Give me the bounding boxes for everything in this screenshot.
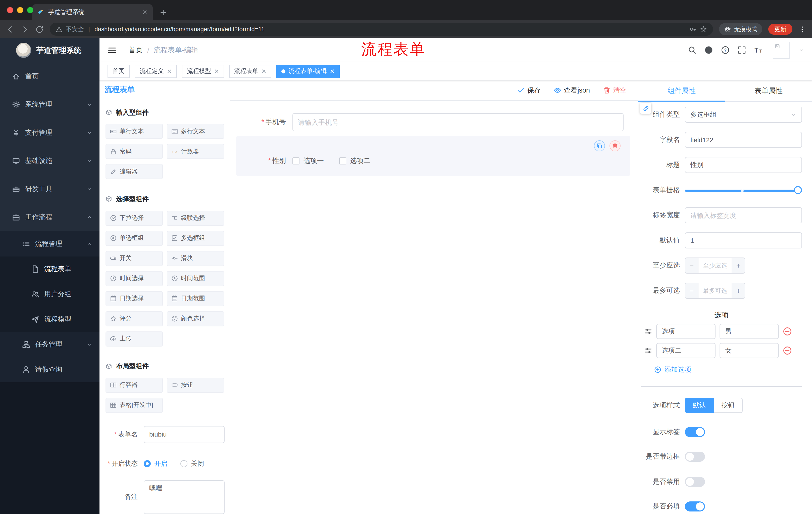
minus-button[interactable]: −	[685, 258, 698, 273]
tag-close-icon[interactable]: ✕	[214, 67, 219, 75]
plus-button[interactable]: +	[732, 283, 745, 298]
bookmark-star-icon[interactable]	[700, 26, 707, 33]
field-name-input[interactable]	[685, 132, 802, 148]
status-on-radio[interactable]	[144, 460, 151, 467]
grid-slider[interactable]	[685, 186, 802, 194]
stepper-placeholder[interactable]: 至少应选	[698, 258, 732, 273]
security-warning-icon[interactable]	[56, 26, 62, 32]
clear-button[interactable]: 清空	[603, 86, 627, 95]
component-chip[interactable]: 级联选择	[167, 211, 224, 225]
new-tab-button[interactable]	[160, 9, 167, 16]
anchor-link-button[interactable]	[640, 103, 651, 114]
tag-process-form-edit[interactable]: 流程表单-编辑✕	[277, 64, 340, 78]
checkbox-icon[interactable]	[292, 157, 299, 164]
sidebar-item-devtools[interactable]: 研发工具	[0, 175, 99, 203]
user-avatar[interactable]	[773, 42, 790, 59]
tag-process-definition[interactable]: 流程定义✕	[135, 64, 177, 78]
github-icon[interactable]	[704, 46, 713, 54]
gender-option-2[interactable]: 选项二	[339, 156, 370, 165]
component-chip[interactable]: 按钮	[167, 378, 224, 393]
sidebar-item-task-management[interactable]: 任务管理	[0, 332, 99, 357]
sidebar-logo[interactable]: 芋道管理系统	[0, 38, 99, 62]
stepper-placeholder[interactable]: 最多可选	[698, 283, 732, 298]
fullscreen-icon[interactable]	[737, 46, 746, 54]
help-icon[interactable]: ?	[721, 46, 730, 54]
plus-button[interactable]: +	[732, 258, 745, 273]
component-chip[interactable]: 多行文本	[167, 124, 224, 139]
zoom-window-button[interactable]	[27, 7, 33, 13]
option-label-input[interactable]: 选项二	[656, 343, 716, 358]
component-chip[interactable]: 下拉选择	[106, 211, 163, 225]
component-chip[interactable]: 时间范围	[167, 271, 224, 286]
browser-menu-icon[interactable]	[799, 25, 806, 33]
breadcrumb-home[interactable]: 首页	[128, 46, 143, 55]
sidebar-item-payment[interactable]: 支付管理	[0, 119, 99, 147]
default-value-input[interactable]	[685, 232, 802, 248]
status-on-label[interactable]: 开启	[154, 459, 167, 468]
browser-update-button[interactable]: 更新	[768, 24, 792, 35]
sidebar-item-process-model[interactable]: 流程模型	[0, 307, 99, 332]
slider-handle[interactable]	[794, 186, 802, 194]
status-off-label[interactable]: 关闭	[191, 459, 204, 468]
tag-close-icon[interactable]: ✕	[261, 67, 266, 75]
component-chip[interactable]: 滑块	[167, 251, 224, 266]
title-input[interactable]	[685, 157, 802, 173]
label-width-input[interactable]	[685, 207, 802, 223]
required-switch[interactable]	[685, 502, 705, 512]
canvas-field-phone[interactable]: *手机号	[230, 113, 638, 131]
component-chip[interactable]: 日期范围	[167, 291, 224, 306]
component-chip[interactable]: 行容器	[106, 378, 163, 393]
component-chip[interactable]: 时间选择	[106, 271, 163, 286]
component-chip[interactable]: 颜色选择	[167, 311, 224, 326]
sidebar-item-system[interactable]: 系统管理	[0, 90, 99, 119]
view-json-button[interactable]: 查看json	[554, 86, 590, 95]
tag-close-icon[interactable]: ✕	[167, 67, 172, 75]
font-size-icon[interactable]: TT	[754, 46, 763, 54]
sidebar-item-process-management[interactable]: 流程管理	[0, 231, 99, 256]
drag-handle-icon[interactable]	[644, 347, 652, 355]
component-type-select[interactable]: 多选框组	[685, 107, 802, 123]
address-bar[interactable]: 不安全 | dashboard.yudao.iocoder.cn/bpm/man…	[50, 23, 713, 36]
option-value-input[interactable]: 女	[720, 343, 779, 358]
option-label-input[interactable]: 选项一	[656, 324, 716, 339]
search-icon[interactable]	[688, 46, 696, 54]
gender-option-1[interactable]: 选项一	[292, 156, 324, 165]
status-off-radio[interactable]	[180, 460, 187, 467]
component-chip[interactable]: 日期选择	[106, 291, 163, 306]
tag-process-form[interactable]: 流程表单✕	[229, 64, 271, 78]
sidebar-item-infra[interactable]: 基础设施	[0, 147, 99, 175]
component-chip[interactable]: 评分	[106, 311, 163, 326]
duplicate-field-button[interactable]	[594, 140, 605, 152]
component-chip[interactable]: 123 计数器	[167, 144, 224, 159]
sidebar-item-user-group[interactable]: 用户分组	[0, 282, 99, 307]
drag-handle-icon[interactable]	[644, 327, 652, 335]
tag-close-icon[interactable]: ✕	[330, 67, 335, 75]
close-window-button[interactable]	[7, 7, 13, 13]
option-value-input[interactable]: 男	[720, 324, 779, 339]
show-label-switch[interactable]	[685, 427, 705, 437]
style-button-button[interactable]: 按钮	[714, 398, 743, 413]
minimize-window-button[interactable]	[17, 7, 23, 13]
sidebar-item-home[interactable]: 首页	[0, 62, 99, 90]
form-remark-textarea[interactable]: 嘿嘿	[144, 480, 225, 514]
component-chip[interactable]: 多选框组	[167, 231, 224, 246]
component-chip[interactable]: 密码	[106, 144, 163, 159]
component-chip[interactable]: 上传	[106, 331, 163, 346]
minus-button[interactable]: −	[685, 283, 698, 298]
canvas-field-gender-selected[interactable]: *性别 选项一 选项二	[236, 136, 630, 176]
avatar-caret-icon[interactable]	[799, 48, 804, 53]
delete-field-button[interactable]	[609, 140, 620, 152]
add-option-button[interactable]: 添加选项	[638, 364, 802, 375]
sidebar-collapse-button[interactable]	[108, 46, 117, 55]
component-chip[interactable]: 编辑器	[106, 164, 163, 179]
phone-input[interactable]	[292, 113, 624, 131]
password-manager-icon[interactable]	[689, 26, 696, 33]
component-chip[interactable]: 表格[开发中]	[106, 398, 163, 413]
sidebar-item-process-form[interactable]: 流程表单	[0, 256, 99, 282]
form-name-input[interactable]	[144, 426, 225, 443]
tag-home[interactable]: 首页	[108, 64, 129, 78]
remove-option-button[interactable]	[783, 346, 792, 355]
tag-process-model[interactable]: 流程模型✕	[182, 64, 224, 78]
sidebar-item-leave-query[interactable]: 请假查询	[0, 357, 99, 382]
component-chip[interactable]: 单行文本	[106, 124, 163, 139]
